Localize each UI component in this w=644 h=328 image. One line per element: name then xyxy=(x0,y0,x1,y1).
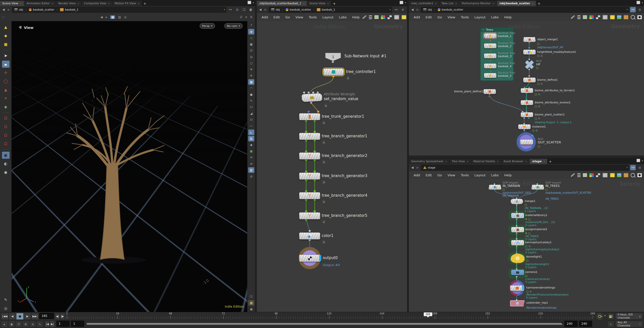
overview-icon[interactable] xyxy=(637,173,642,177)
menu-go[interactable]: Go xyxy=(435,173,445,177)
xray-icon[interactable]: ▨ xyxy=(248,136,254,141)
menu-tools[interactable]: Tools xyxy=(306,15,319,19)
range-end-handle-icon[interactable]: ◀ xyxy=(561,321,563,324)
grid-toggle-icon[interactable]: ▦ xyxy=(248,300,254,306)
hierarchy-icon[interactable] xyxy=(369,15,372,19)
lasso-select-icon[interactable]: ▤ xyxy=(118,15,121,19)
baobab-tree-model[interactable] xyxy=(12,21,247,312)
list-mode-icon[interactable] xyxy=(374,15,379,19)
crumb-obj[interactable]: obj› xyxy=(270,8,284,11)
go-end-button[interactable]: ▶▶| xyxy=(31,313,39,320)
tab-geometry-spreadsheet[interactable]: Geometry Spreadsheet× xyxy=(409,159,449,164)
node-baobab-1[interactable] xyxy=(484,33,496,38)
tab-close-icon[interactable]: × xyxy=(77,2,79,5)
headlight-icon[interactable]: ○ xyxy=(248,60,254,66)
simulation-toggle-icon[interactable]: ∿ xyxy=(36,321,43,327)
menu-edit[interactable]: Edit xyxy=(423,173,435,177)
node-tree-branch-generator4[interactable] xyxy=(299,192,320,199)
node-hf[interactable] xyxy=(524,59,534,69)
node-baobab-2[interactable] xyxy=(484,43,496,48)
current-frame-field[interactable]: 165 xyxy=(39,313,54,319)
layout-display-icon[interactable]: ≡ xyxy=(248,161,254,167)
key-mode-dropdown[interactable]: Key All Channels⇕ xyxy=(615,321,643,327)
tab-network-baobab-1[interactable]: /obj/baobab_scatter/baobab_1× xyxy=(257,1,307,6)
list-mode-icon[interactable] xyxy=(583,173,587,177)
menu-help[interactable]: Help xyxy=(502,15,515,19)
node-biome-attributes-evolve1[interactable] xyxy=(521,100,533,105)
loop-mode-icon[interactable]: ↺ xyxy=(15,321,22,327)
select-tool-icon[interactable]: ➤ xyxy=(2,52,10,59)
node-karmaphysicalsky1[interactable] xyxy=(511,240,524,245)
current-frame-marker[interactable]: 165 xyxy=(424,312,432,316)
tab-close-icon[interactable]: × xyxy=(532,2,534,5)
key-options-icon[interactable]: ▼ xyxy=(604,315,606,317)
sticky-note-icon[interactable] xyxy=(610,15,615,19)
tab-tree-view[interactable]: Tree View× xyxy=(449,159,471,164)
box-pick-icon[interactable] xyxy=(624,15,628,19)
snapshot-icon[interactable]: ❏ xyxy=(241,7,247,12)
crumb-obj[interactable]: obj› xyxy=(422,8,436,11)
background-image-icon[interactable] xyxy=(617,173,621,177)
node-biome-plant-scatter1[interactable] xyxy=(521,112,533,117)
node-output0[interactable] xyxy=(299,255,321,262)
display-panel-icon[interactable]: ▣ xyxy=(248,7,254,12)
node-tree-branch-generator3[interactable] xyxy=(299,173,320,180)
path-dropdown-icon[interactable]: ▾ xyxy=(626,8,628,11)
color-palette-icon[interactable] xyxy=(381,15,385,19)
tab-close-icon[interactable]: × xyxy=(435,2,437,5)
menu-tools[interactable]: Tools xyxy=(458,173,472,177)
prim-numbers-icon[interactable]: 12 xyxy=(248,117,254,122)
pin-icon[interactable]: ⊶ xyxy=(228,7,233,12)
keys-summary-button[interactable]: 0 keys, 0/0 channels▲ xyxy=(615,313,643,319)
node-set-random-value[interactable] xyxy=(301,93,323,102)
grid-snap-icon[interactable] xyxy=(387,15,392,19)
search-icon[interactable] xyxy=(631,15,635,19)
tab-take-list[interactable]: Take List× xyxy=(439,1,460,6)
color-palette-icon[interactable] xyxy=(589,15,594,19)
box-select-icon[interactable]: ▦ xyxy=(110,15,115,19)
node-biome-plant-define1[interactable] xyxy=(483,89,496,94)
auto-key-icon[interactable] xyxy=(607,313,614,320)
shaded-display-icon[interactable]: ◈ xyxy=(248,29,254,34)
crumb-baobab-1[interactable]: baobab_1 xyxy=(59,8,79,11)
node-baobab-4[interactable] xyxy=(484,63,496,68)
middle-path-field[interactable]: obj› baobab_scatter› baobab_1 ▾ xyxy=(269,7,392,13)
node-in-trees[interactable] xyxy=(531,185,544,190)
visibility-icon[interactable]: ∅ xyxy=(240,15,242,19)
high-quality-lighting-icon[interactable]: ✛ xyxy=(248,73,254,78)
nav-forward-icon[interactable]: ▶ xyxy=(7,8,11,11)
new-tab-button[interactable]: + xyxy=(332,1,337,6)
follow-icon[interactable]: ◎ xyxy=(400,7,406,12)
node-usdrender-rop1[interactable] xyxy=(510,300,525,306)
pane-menu-icon[interactable]: ▾ xyxy=(642,159,643,162)
collapse-icon[interactable]: − xyxy=(482,28,484,31)
audio-icon[interactable]: ◉ xyxy=(8,321,15,327)
box-pick-icon[interactable] xyxy=(624,173,628,177)
menu-add[interactable]: Add xyxy=(411,15,423,19)
prim-normals-icon[interactable]: ◢ xyxy=(248,111,254,116)
node-object-merge1[interactable] xyxy=(523,37,536,42)
new-tab-button[interactable]: + xyxy=(536,1,542,6)
snap-curve-icon[interactable]: Ω xyxy=(2,123,10,130)
menu-help[interactable]: Help xyxy=(502,173,515,177)
help-icon[interactable]: ? xyxy=(248,23,254,28)
tab-close-icon[interactable]: × xyxy=(20,2,22,5)
node-color1[interactable] xyxy=(299,232,320,239)
realtime-toggle-icon[interactable]: ⊕ xyxy=(22,321,29,327)
tab-close-icon[interactable]: × xyxy=(445,160,447,163)
range-start-set-button[interactable]: |◀ xyxy=(45,321,50,327)
pane-menu-icon[interactable]: ▾ xyxy=(405,1,406,4)
tab-network-baobab-scatter[interactable]: /obj/baobab_scatter× xyxy=(497,1,536,6)
rotate-tool-icon[interactable]: ◯ xyxy=(2,78,10,85)
scale-tool-icon[interactable]: ▲ xyxy=(2,86,10,93)
tab-close-icon[interactable]: × xyxy=(497,160,499,163)
crumb-baobab-scatter[interactable]: baobab_scatter xyxy=(437,8,464,11)
prev-frame-button[interactable]: ◀| xyxy=(55,313,60,320)
node-tree-controller1[interactable] xyxy=(323,68,344,75)
overview-icon[interactable] xyxy=(637,15,642,19)
pane-maximize-icon[interactable] xyxy=(400,1,403,4)
scene-viewport[interactable]: 🎥︎ View Persp▼ No cam▼ -10 Indie Edition… xyxy=(12,21,247,312)
menu-go[interactable]: Go xyxy=(282,15,293,19)
nav-forward-icon[interactable]: ▶ xyxy=(416,166,420,169)
path-dropdown-icon[interactable]: ▾ xyxy=(224,8,225,11)
